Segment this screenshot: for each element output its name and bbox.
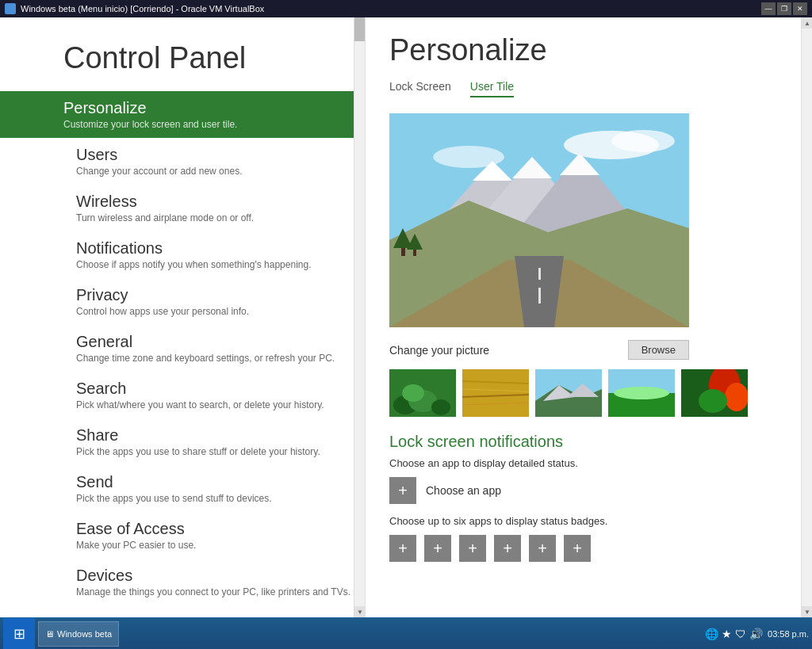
right-scrollbar[interactable]: ▲ ▼ <box>801 17 812 617</box>
minimize-button[interactable]: — <box>761 2 776 15</box>
nav-item-desc-users: Change your account or add new ones. <box>76 166 352 177</box>
nav-item-title-notifications: Notifications <box>76 239 352 258</box>
scroll-down-arrow[interactable]: ▼ <box>354 606 365 617</box>
title-bar-text: Windows beta (Menu inicio) [Corriendo] -… <box>21 4 264 13</box>
lock-screen-svg <box>389 113 689 327</box>
nav-list: PersonalizeCustomize your lock screen an… <box>63 91 365 605</box>
main-area: Control Panel PersonalizeCustomize your … <box>0 17 812 617</box>
taskbar-time: 03:58 p.m. <box>768 629 809 639</box>
thumbnail-3[interactable] <box>535 369 602 417</box>
add-app-row: + Choose an app <box>389 477 788 504</box>
badges-row: + + + + + + <box>389 535 788 562</box>
shield-icon: 🛡 <box>735 628 746 640</box>
svg-rect-14 <box>538 268 541 280</box>
nav-item-devices[interactable]: DevicesManage the things you connect to … <box>63 559 365 605</box>
right-scroll-up[interactable]: ▲ <box>802 17 812 29</box>
svg-point-24 <box>431 399 450 415</box>
close-button[interactable]: ✕ <box>793 2 807 15</box>
change-picture-row: Change your picture Browse <box>389 340 689 360</box>
left-panel: Control Panel PersonalizeCustomize your … <box>0 17 365 617</box>
svg-point-37 <box>614 387 669 399</box>
nav-item-search[interactable]: SearchPick what/where you want to search… <box>63 372 365 418</box>
nav-item-title-send: Send <box>76 473 352 491</box>
nav-item-desc-devices: Manage the things you connect to your PC… <box>76 586 352 597</box>
svg-point-40 <box>725 383 748 411</box>
nav-item-title-search: Search <box>76 380 352 398</box>
nav-item-title-general: General <box>76 333 352 351</box>
right-scroll-down[interactable]: ▼ <box>802 606 812 617</box>
badge-add-button-2[interactable]: + <box>424 535 451 562</box>
nav-item-desc-ease-of-access: Make your PC easier to use. <box>76 540 352 551</box>
badge-add-button-3[interactable]: + <box>459 535 486 562</box>
nav-item-desc-privacy: Control how apps use your personal info. <box>76 306 352 317</box>
nav-item-personalize[interactable]: PersonalizeCustomize your lock screen an… <box>0 91 365 138</box>
badge-add-button-4[interactable]: + <box>494 535 521 562</box>
left-scrollbar[interactable]: ▲ ▼ <box>354 17 365 617</box>
personalize-heading: Personalize <box>389 33 788 67</box>
badge-add-button-6[interactable]: + <box>564 535 591 562</box>
nav-item-title-wireless: Wireless <box>76 193 352 211</box>
taskbar: ⊞ 🖥 Windows beta 🌐 ★ 🛡 🔊 03:58 p.m. <box>0 617 812 649</box>
taskbar-app-windows[interactable]: 🖥 Windows beta <box>38 621 119 647</box>
lock-notifications-heading: Lock screen notifications <box>389 433 788 451</box>
network-icon: 🌐 <box>705 628 718 640</box>
tabs-row: Lock Screen User Tile <box>389 80 788 97</box>
tab-user-tile[interactable]: User Tile <box>470 80 514 97</box>
svg-point-2 <box>611 130 675 152</box>
nav-item-desc-share: Pick the apps you use to share stuff or … <box>76 446 352 457</box>
nav-item-send[interactable]: SendPick the apps you use to send stuff … <box>63 465 365 512</box>
nav-item-title-users: Users <box>76 146 352 164</box>
taskbar-app-icon: 🖥 <box>45 629 54 639</box>
thumbnail-1[interactable] <box>389 369 456 417</box>
nav-item-title-personalize: Personalize <box>63 99 352 117</box>
title-bar-controls[interactable]: — ❐ ✕ <box>761 2 807 15</box>
tab-lock-screen[interactable]: Lock Screen <box>389 80 451 97</box>
svg-point-41 <box>699 389 727 413</box>
right-panel: Personalize Lock Screen User Tile <box>366 17 812 617</box>
nav-item-general[interactable]: GeneralChange time zone and keyboard set… <box>63 325 365 372</box>
lock-screen-image <box>389 113 689 327</box>
thumbnails-row <box>389 369 754 417</box>
nav-item-title-privacy: Privacy <box>76 286 352 304</box>
choose-app-label: Choose an app <box>426 484 501 497</box>
browse-button[interactable]: Browse <box>628 340 689 360</box>
nav-item-desc-search: Pick what/where you want to search, or d… <box>76 399 352 410</box>
nav-item-desc-notifications: Choose if apps notify you when something… <box>76 259 352 270</box>
add-app-button[interactable]: + <box>389 477 416 504</box>
svg-point-25 <box>402 384 424 402</box>
taskbar-left: ⊞ 🖥 Windows beta <box>3 618 119 650</box>
nav-item-title-devices: Devices <box>76 567 352 585</box>
svg-rect-26 <box>462 369 529 417</box>
badge-add-button-5[interactable]: + <box>529 535 556 562</box>
scroll-thumb[interactable] <box>354 17 365 41</box>
change-picture-label: Change your picture <box>389 344 489 357</box>
nav-item-ease-of-access[interactable]: Ease of AccessMake your PC easier to use… <box>63 512 365 559</box>
nav-item-title-share: Share <box>76 426 352 445</box>
taskbar-app-label: Windows beta <box>57 629 112 639</box>
detailed-status-desc: Choose an app to display detailed status… <box>389 457 788 469</box>
svg-rect-13 <box>538 288 541 304</box>
nav-item-wireless[interactable]: WirelessTurn wireless and airplane mode … <box>63 185 365 231</box>
nav-item-desc-wireless: Turn wireless and airplane mode on or of… <box>76 212 352 223</box>
nav-item-share[interactable]: SharePick the apps you use to share stuf… <box>63 418 365 465</box>
nav-item-desc-personalize: Customize your lock screen and user tile… <box>63 119 352 130</box>
nav-item-users[interactable]: UsersChange your account or add new ones… <box>63 138 365 185</box>
taskbar-right: 🌐 ★ 🛡 🔊 03:58 p.m. <box>705 628 809 640</box>
status-badges-desc: Choose up to six apps to display status … <box>389 515 788 527</box>
nav-item-title-ease-of-access: Ease of Access <box>76 520 352 538</box>
taskbar-system-icons: 🌐 ★ 🛡 🔊 <box>705 628 763 640</box>
title-bar: Windows beta (Menu inicio) [Corriendo] -… <box>0 0 812 17</box>
nav-item-desc-general: Change time zone and keyboard settings, … <box>76 353 352 364</box>
badge-add-button-1[interactable]: + <box>389 535 416 562</box>
thumbnail-2[interactable] <box>462 369 529 417</box>
thumbnail-4[interactable] <box>608 369 675 417</box>
nav-item-privacy[interactable]: PrivacyControl how apps use your persona… <box>63 278 365 325</box>
nav-item-desc-send: Pick the apps you use to send stuff to d… <box>76 493 352 504</box>
start-button[interactable]: ⊞ <box>3 618 35 650</box>
star-icon: ★ <box>722 628 732 640</box>
thumbnail-5[interactable] <box>681 369 748 417</box>
restore-button[interactable]: ❐ <box>777 2 791 15</box>
app-icon <box>5 3 16 14</box>
speaker-icon: 🔊 <box>749 628 763 640</box>
nav-item-notifications[interactable]: NotificationsChoose if apps notify you w… <box>63 231 365 278</box>
